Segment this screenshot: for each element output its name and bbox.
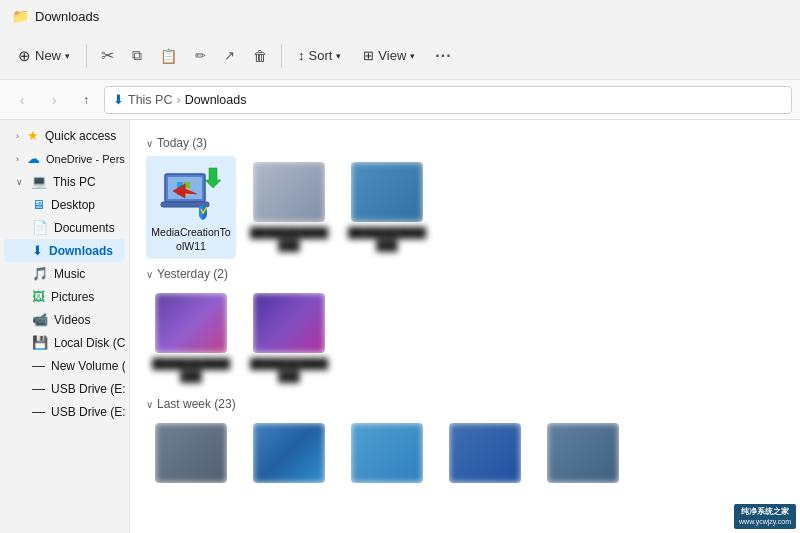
file-thumb-8 [351, 423, 423, 483]
last-week-file-grid [146, 417, 784, 489]
sidebar-item-new-volume-d[interactable]: — New Volume (D:) [4, 354, 125, 377]
section-chevron-2: ∨ [146, 269, 153, 280]
toolbar: ⊕ New ▾ ✂ ⧉ 📋 ✏ ↗ 🗑 ↕ Sort ▾ ⊞ View ▾ ··… [0, 32, 800, 80]
sidebar-item-videos[interactable]: 📹 Videos [4, 308, 125, 331]
section-label-text-2: Yesterday (2) [157, 267, 228, 281]
sort-icon: ↕ [298, 48, 305, 63]
sidebar: › ★ Quick access › ☁ OneDrive - Personal… [0, 120, 130, 533]
section-chevron-3: ∨ [146, 399, 153, 410]
file-thumb-5 [253, 293, 325, 353]
file-label-3: ██████████████ [346, 226, 428, 252]
delete-button[interactable]: 🗑 [245, 42, 275, 70]
file-item-4[interactable]: ██████████████ [146, 287, 236, 389]
new-button[interactable]: ⊕ New ▾ [8, 41, 80, 71]
desktop-icon: 🖥 [32, 197, 45, 212]
addressbar: ‹ › ↑ ⬇ This PC › Downloads [0, 80, 800, 120]
titlebar-icon: 📁 [12, 8, 29, 24]
file-thumb-6 [155, 423, 227, 483]
sidebar-label: New Volume (D:) [51, 359, 125, 373]
file-item-7[interactable] [244, 417, 334, 489]
file-content: ∨ Today (3) [130, 120, 800, 533]
view-icon: ⊞ [363, 48, 374, 63]
breadcrumb[interactable]: ⬇ This PC › Downloads [104, 86, 792, 114]
chevron-icon: ∨ [16, 177, 23, 187]
section-yesterday: ∨ Yesterday (2) [146, 267, 784, 281]
breadcrumb-separator: › [176, 93, 180, 107]
titlebar-title: Downloads [35, 9, 99, 24]
file-label-2: ██████████████ [248, 226, 330, 252]
toolbar-separator-1 [86, 44, 87, 68]
usb-icon: — [32, 381, 45, 396]
sidebar-item-downloads[interactable]: ⬇ Downloads [4, 239, 125, 262]
file-label-4: ██████████████ [150, 357, 232, 383]
sidebar-item-this-pc[interactable]: ∨ 💻 This PC [4, 170, 125, 193]
toolbar-separator-2 [281, 44, 282, 68]
file-thumb [155, 162, 227, 222]
section-label-text: Today (3) [157, 136, 207, 150]
today-file-grid: MediaCreationToolW11 ██████████████ ████… [146, 156, 784, 259]
sidebar-label: Documents [54, 221, 115, 235]
rename-button[interactable]: ✏ [187, 42, 214, 69]
sidebar-label: Quick access [45, 129, 116, 143]
cut-button[interactable]: ✂ [93, 40, 122, 71]
file-item-5[interactable]: ██████████████ [244, 287, 334, 389]
chevron-icon: › [16, 131, 19, 141]
chevron-down-icon-sort: ▾ [336, 51, 341, 61]
chevron-down-icon-view: ▾ [410, 51, 415, 61]
section-last-week: ∨ Last week (23) [146, 397, 784, 411]
file-label: MediaCreationToolW11 [151, 226, 230, 253]
sidebar-item-documents[interactable]: 📄 Documents [4, 216, 125, 239]
cloud-icon: ☁ [27, 151, 40, 166]
back-button[interactable]: ‹ [8, 86, 36, 114]
file-thumb-4 [155, 293, 227, 353]
sort-button[interactable]: ↕ Sort ▾ [288, 42, 351, 69]
share-button[interactable]: ↗ [216, 42, 243, 69]
chevron-down-icon: ▾ [65, 51, 70, 61]
file-thumb-2 [253, 162, 325, 222]
sidebar-item-usb-drive-e1[interactable]: — USB Drive (E:) [4, 377, 125, 400]
sidebar-label: OneDrive - Personal [46, 153, 125, 165]
paste-button[interactable]: 📋 [152, 42, 185, 70]
sidebar-label: USB Drive (E:) [51, 382, 125, 396]
view-button[interactable]: ⊞ View ▾ [353, 42, 425, 69]
music-icon: 🎵 [32, 266, 48, 281]
volume-icon: — [32, 358, 45, 373]
sidebar-item-pictures[interactable]: 🖼 Pictures [4, 285, 125, 308]
section-today: ∨ Today (3) [146, 136, 784, 150]
file-item-3[interactable]: ██████████████ [342, 156, 432, 259]
usb-icon-2: — [32, 404, 45, 419]
file-item-8[interactable] [342, 417, 432, 489]
file-item-9[interactable] [440, 417, 530, 489]
star-icon: ★ [27, 128, 39, 143]
sidebar-label: Pictures [51, 290, 94, 304]
breadcrumb-this-pc: This PC [128, 93, 172, 107]
file-item-6[interactable] [146, 417, 236, 489]
sidebar-label: USB Drive (E:) [51, 405, 125, 419]
main-layout: › ★ Quick access › ☁ OneDrive - Personal… [0, 120, 800, 533]
sidebar-label: Desktop [51, 198, 95, 212]
file-thumb-9 [449, 423, 521, 483]
file-item-media-creation[interactable]: MediaCreationToolW11 [146, 156, 236, 259]
computer-icon: 💻 [31, 174, 47, 189]
file-item-2[interactable]: ██████████████ [244, 156, 334, 259]
sidebar-item-quick-access[interactable]: › ★ Quick access [4, 124, 125, 147]
sidebar-label: Videos [54, 313, 90, 327]
copy-button[interactable]: ⧉ [124, 41, 150, 70]
file-item-10[interactable] [538, 417, 628, 489]
forward-button[interactable]: › [40, 86, 68, 114]
sidebar-item-onedrive[interactable]: › ☁ OneDrive - Personal [4, 147, 125, 170]
sidebar-item-music[interactable]: 🎵 Music [4, 262, 125, 285]
section-chevron: ∨ [146, 138, 153, 149]
sidebar-item-desktop[interactable]: 🖥 Desktop [4, 193, 125, 216]
file-thumb-3 [351, 162, 423, 222]
plus-icon: ⊕ [18, 47, 31, 65]
downloads-icon: ⬇ [32, 243, 43, 258]
more-button[interactable]: ··· [427, 41, 459, 71]
sidebar-item-usb-drive-e2[interactable]: — USB Drive (E:) [4, 400, 125, 423]
sidebar-item-local-disk-c[interactable]: 💾 Local Disk (C:) [4, 331, 125, 354]
chevron-icon: › [16, 154, 19, 164]
yesterday-file-grid: ██████████████ ██████████████ [146, 287, 784, 389]
up-button[interactable]: ↑ [72, 86, 100, 114]
watermark: 纯净系统之家 www.ycwjzy.com [734, 504, 796, 529]
sidebar-label: Music [54, 267, 85, 281]
